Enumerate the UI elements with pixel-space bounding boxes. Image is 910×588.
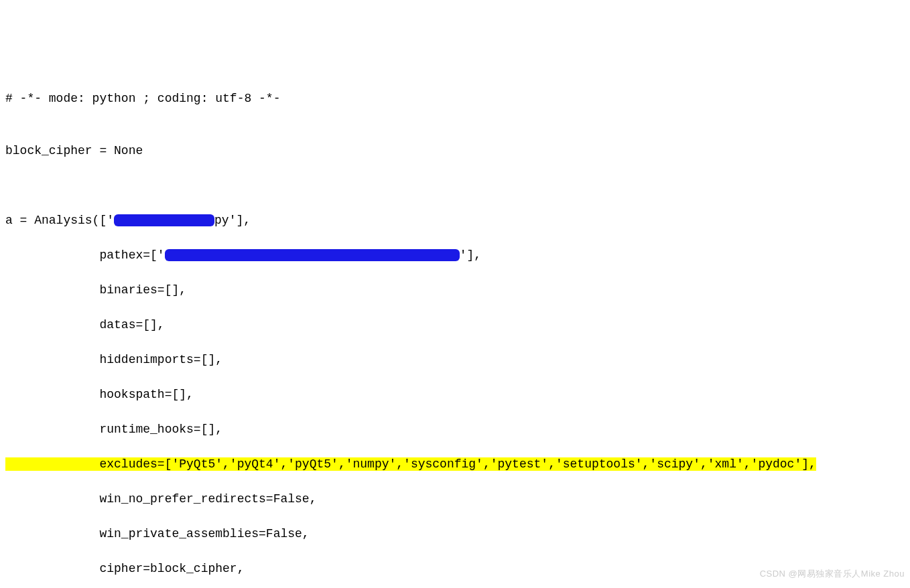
highlighted-text: excludes=['PyQt5','pyQt4','pyQt5','numpy…	[5, 457, 816, 471]
code-line: block_cipher = None	[5, 142, 905, 159]
watermark-text: CSDN @网易独家音乐人Mike Zhou	[760, 565, 905, 583]
code-line: hookspath=[],	[5, 386, 905, 403]
code-line: # -*- mode: python ; coding: utf-8 -*-	[5, 90, 905, 107]
code-line: hiddenimports=[],	[5, 351, 905, 368]
code-line: datas=[],	[5, 316, 905, 334]
code-text: pathex=['	[5, 248, 165, 262]
code-line-highlighted: excludes=['PyQt5','pyQt4','pyQt5','numpy…	[5, 455, 905, 473]
redaction-box	[165, 249, 460, 261]
code-line: runtime_hooks=[],	[5, 421, 905, 438]
code-line: win_private_assemblies=False,	[5, 525, 905, 542]
code-text: '],	[460, 248, 481, 262]
code-block: # -*- mode: python ; coding: utf-8 -*- b…	[5, 72, 905, 588]
code-line: binaries=[],	[5, 281, 905, 299]
code-line: pathex=[''],	[5, 246, 905, 264]
code-text: py'],	[214, 214, 251, 227]
redaction-box	[114, 214, 214, 226]
code-line: win_no_prefer_redirects=False,	[5, 490, 905, 508]
code-text: a = Analysis(['	[5, 214, 114, 227]
code-line: a = Analysis(['py'],	[5, 212, 905, 229]
